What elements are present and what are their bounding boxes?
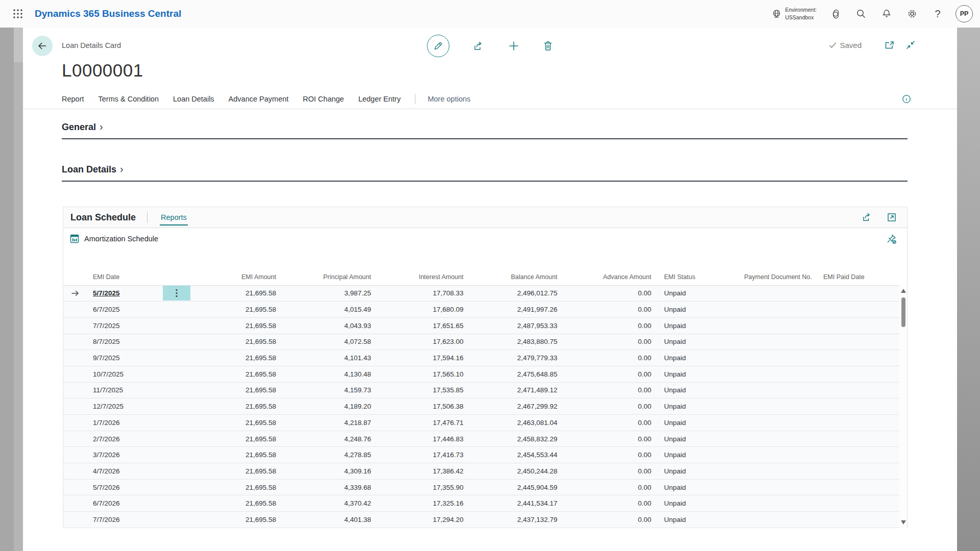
- emi-status-cell[interactable]: Unpaid: [657, 431, 738, 447]
- advance-amount-cell[interactable]: 0.00: [564, 447, 657, 463]
- settings-gear-icon[interactable]: [900, 2, 924, 26]
- emi-status-cell[interactable]: Unpaid: [657, 495, 738, 512]
- payment-document-no-cell[interactable]: [738, 479, 817, 495]
- principal-amount-cell[interactable]: 4,043.93: [282, 317, 377, 334]
- payment-document-no-cell[interactable]: [738, 382, 817, 398]
- advance-amount-cell[interactable]: 0.00: [564, 495, 657, 512]
- interest-amount-cell[interactable]: 17,680.09: [377, 302, 470, 318]
- table-row[interactable]: 6/7/2025 21,695.58 4,015.49 17,680.09 2,…: [63, 302, 900, 318]
- menu-item-report[interactable]: Report: [62, 95, 84, 103]
- table-row[interactable]: 12/7/2025 21,695.58 4,189.20 17,506.38 2…: [63, 398, 900, 415]
- table-row[interactable]: 11/7/2025 21,695.58 4,159.73 17,535.85 2…: [63, 382, 900, 398]
- advance-amount-cell[interactable]: 0.00: [564, 302, 657, 318]
- emi-status-cell[interactable]: Unpaid: [657, 415, 738, 431]
- emi-paid-date-cell[interactable]: [817, 334, 900, 350]
- emi-amount-cell[interactable]: 21,695.58: [190, 415, 282, 431]
- interest-amount-cell[interactable]: 17,594.16: [377, 350, 470, 366]
- payment-document-no-cell[interactable]: [738, 431, 817, 447]
- table-row[interactable]: 7/7/2025 21,695.58 4,043.93 17,651.65 2,…: [63, 317, 900, 334]
- payment-document-no-cell[interactable]: [738, 317, 817, 334]
- scrollbar-thumb[interactable]: [901, 297, 905, 327]
- info-icon[interactable]: [902, 94, 911, 104]
- table-row[interactable]: 5/7/2025 21,695.58 3,987.25 17,708.33 2,…: [63, 285, 900, 302]
- balance-amount-cell[interactable]: 2,441,534.17: [470, 495, 564, 512]
- emi-paid-date-cell[interactable]: [817, 415, 900, 431]
- advance-amount-cell[interactable]: 0.00: [564, 285, 657, 302]
- emi-status-cell[interactable]: Unpaid: [657, 382, 738, 398]
- principal-amount-cell[interactable]: 4,101.43: [282, 350, 377, 366]
- principal-amount-cell[interactable]: 4,159.73: [282, 382, 377, 398]
- payment-document-no-cell[interactable]: [738, 415, 817, 431]
- fasttab-general[interactable]: General ›: [62, 121, 908, 139]
- emi-status-cell[interactable]: Unpaid: [657, 285, 738, 302]
- emi-paid-date-cell[interactable]: [817, 302, 900, 318]
- table-row[interactable]: 8/7/2025 21,695.58 4,072.58 17,623.00 2,…: [63, 334, 900, 350]
- emi-amount-cell[interactable]: 21,695.58: [190, 447, 282, 463]
- advance-amount-cell[interactable]: 0.00: [564, 479, 657, 495]
- share-button[interactable]: [473, 40, 485, 52]
- menu-item-loan-details[interactable]: Loan Details: [173, 95, 214, 103]
- table-row[interactable]: 7/7/2026 21,695.58 4,401.38 17,294.20 2,…: [63, 512, 900, 528]
- column-interest-amount[interactable]: Interest Amount: [377, 262, 470, 285]
- interest-amount-cell[interactable]: 17,623.00: [377, 334, 470, 350]
- emi-paid-date-cell[interactable]: [817, 285, 900, 302]
- principal-amount-cell[interactable]: 4,189.20: [282, 398, 377, 415]
- payment-document-no-cell[interactable]: [738, 447, 817, 463]
- new-button[interactable]: [508, 40, 520, 52]
- emi-date-cell[interactable]: 8/7/2025: [93, 338, 120, 345]
- emi-paid-date-cell[interactable]: [817, 447, 900, 463]
- emi-paid-date-cell[interactable]: [817, 479, 900, 495]
- emi-paid-date-cell[interactable]: [817, 366, 900, 382]
- advance-amount-cell[interactable]: 0.00: [564, 382, 657, 398]
- edit-button[interactable]: [427, 35, 450, 57]
- column-emi-status[interactable]: EMI Status: [657, 262, 738, 285]
- column-emi-date[interactable]: EMI Date: [86, 262, 190, 285]
- balance-amount-cell[interactable]: 2,479,779.33: [470, 350, 564, 366]
- interest-amount-cell[interactable]: 17,535.85: [377, 382, 470, 398]
- payment-document-no-cell[interactable]: [738, 302, 817, 318]
- emi-amount-cell[interactable]: 21,695.58: [190, 495, 282, 512]
- emi-paid-date-cell[interactable]: [817, 317, 900, 334]
- open-part-page-icon[interactable]: [887, 212, 897, 222]
- balance-amount-cell[interactable]: 2,450,244.28: [470, 463, 564, 480]
- emi-date-cell[interactable]: 12/7/2025: [93, 403, 124, 410]
- balance-amount-cell[interactable]: 2,454,553.44: [470, 447, 564, 463]
- principal-amount-cell[interactable]: 4,339.68: [282, 479, 377, 495]
- payment-document-no-cell[interactable]: [738, 495, 817, 512]
- emi-paid-date-cell[interactable]: [817, 382, 900, 398]
- emi-paid-date-cell[interactable]: [817, 512, 900, 528]
- emi-paid-date-cell[interactable]: [817, 495, 900, 512]
- principal-amount-cell[interactable]: 3,987.25: [282, 285, 377, 302]
- more-options-button[interactable]: More options: [428, 95, 471, 103]
- principal-amount-cell[interactable]: 4,248.76: [282, 431, 377, 447]
- emi-date-cell[interactable]: 7/7/2026: [93, 516, 120, 523]
- principal-amount-cell[interactable]: 4,278.85: [282, 447, 377, 463]
- menu-item-terms-condition[interactable]: Terms & Condition: [99, 95, 159, 103]
- advance-amount-cell[interactable]: 0.00: [564, 431, 657, 447]
- principal-amount-cell[interactable]: 4,218.87: [282, 415, 377, 431]
- emi-date-cell[interactable]: 9/7/2025: [93, 354, 120, 362]
- emi-date-cell[interactable]: 6/7/2025: [93, 306, 120, 313]
- table-row[interactable]: 3/7/2026 21,695.58 4,278.85 17,416.73 2,…: [63, 447, 900, 463]
- emi-date-cell[interactable]: 5/7/2026: [93, 484, 120, 491]
- advance-amount-cell[interactable]: 0.00: [564, 512, 657, 528]
- unpin-icon[interactable]: [886, 234, 897, 244]
- advance-amount-cell[interactable]: 0.00: [564, 317, 657, 334]
- emi-paid-date-cell[interactable]: [817, 463, 900, 480]
- balance-amount-cell[interactable]: 2,437,132.79: [470, 512, 564, 528]
- cell-menu-button[interactable]: [163, 286, 190, 301]
- emi-amount-cell[interactable]: 21,695.58: [190, 285, 282, 302]
- principal-amount-cell[interactable]: 4,309.16: [282, 463, 377, 480]
- emi-amount-cell[interactable]: 21,695.58: [190, 431, 282, 447]
- interest-amount-cell[interactable]: 17,708.33: [377, 285, 470, 302]
- principal-amount-cell[interactable]: 4,015.49: [282, 302, 377, 318]
- balance-amount-cell[interactable]: 2,445,904.59: [470, 479, 564, 495]
- principal-amount-cell[interactable]: 4,072.58: [282, 334, 377, 350]
- interest-amount-cell[interactable]: 17,416.73: [377, 447, 470, 463]
- emi-amount-cell[interactable]: 21,695.58: [190, 366, 282, 382]
- amortization-schedule-row[interactable]: Amortization Schedule: [63, 228, 907, 249]
- advance-amount-cell[interactable]: 0.00: [564, 463, 657, 480]
- table-row[interactable]: 9/7/2025 21,695.58 4,101.43 17,594.16 2,…: [63, 350, 900, 366]
- table-row[interactable]: 2/7/2026 21,695.58 4,248.76 17,446.83 2,…: [63, 431, 900, 447]
- emi-amount-cell[interactable]: 21,695.58: [190, 334, 282, 350]
